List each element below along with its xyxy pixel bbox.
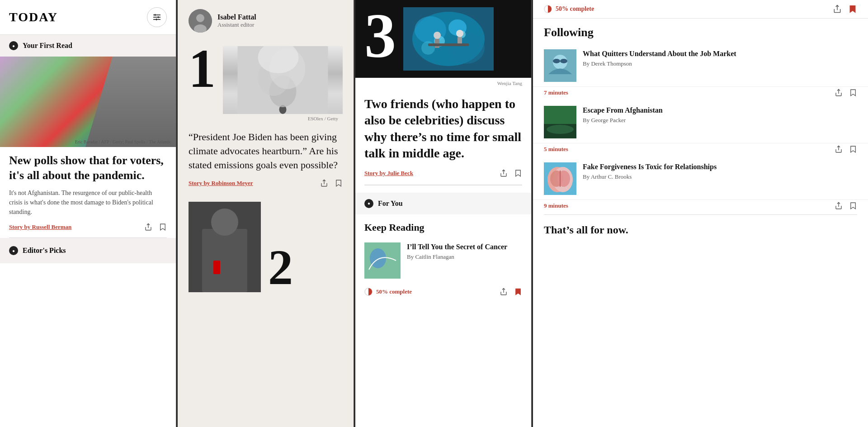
editors-bullet-icon: ●: [9, 246, 18, 255]
following-thumb-2: [544, 106, 576, 138]
following-bookmark-2[interactable]: [849, 145, 857, 153]
following-actions-1: [835, 89, 857, 97]
share-icon[interactable]: [144, 223, 152, 231]
panel3-bookmarked-icon[interactable]: [514, 288, 522, 296]
following-bookmark-1[interactable]: [849, 89, 857, 97]
hero-image: Eric Baradat / AFP / Getty; Paul Spella …: [0, 57, 176, 147]
article-number-3: 3: [364, 7, 396, 64]
svg-point-22: [448, 32, 485, 64]
panel4-header: 50% complete: [533, 0, 868, 19]
svg-point-40: [560, 59, 567, 63]
author-role: Assistant editor: [217, 21, 256, 28]
svg-rect-31: [428, 43, 469, 46]
panel-following: 50% complete Following What Quitters: [533, 0, 868, 427]
number2-row: 2: [178, 202, 354, 292]
following-title-2: Escape From Afghanistan: [583, 106, 857, 115]
editors-picks-section: ● Editor's Picks: [0, 238, 176, 263]
section-bullet-icon: ●: [9, 41, 18, 50]
svg-point-17: [211, 209, 238, 236]
panel3-header: 3: [355, 0, 531, 78]
following-share-3[interactable]: [835, 202, 843, 210]
following-bookmark-3[interactable]: [849, 202, 857, 210]
story3-artwork: [403, 7, 494, 71]
panel2-bookmark-icon[interactable]: [335, 179, 343, 187]
panel4-header-actions: [833, 5, 857, 14]
svg-point-26: [421, 41, 435, 55]
hero-meta: Story by Russell Berman: [9, 223, 167, 231]
keep-reading-title: I’ll Tell You the Secret of Cancer: [407, 242, 507, 252]
panel3-byline-row: Story by Julie Beck: [364, 169, 522, 185]
for-you-section: ● For You: [355, 193, 531, 214]
panel3-bookmark-icon[interactable]: [514, 169, 522, 177]
svg-point-7: [196, 14, 204, 22]
following-item-1: What Quitters Understand About the Job M…: [533, 45, 868, 87]
panel-celebrities: 3 Wenjia Tang Two friends (who happe: [355, 0, 532, 427]
progress-half-circle-icon: [364, 288, 373, 296]
panel-today: TODAY ● Your First Read Eric Baradat / A…: [0, 0, 176, 427]
svg-point-27: [434, 32, 441, 39]
following-actions-3: [835, 202, 857, 210]
panel4-bookmarked-icon[interactable]: [848, 5, 857, 14]
hero-summary: It's not Afghanistan. The resurgence of …: [9, 188, 167, 217]
thats-all-text: That’s all for now.: [533, 215, 868, 236]
following-meta-1: 7 minutes: [533, 87, 868, 101]
article-number-2: 2: [268, 242, 293, 292]
following-title-3: Fake Forgiveness Is Toxic for Relationsh…: [583, 162, 857, 172]
panel2-share-icon[interactable]: [320, 179, 328, 187]
keep-reading-heading: Keep Reading: [355, 214, 531, 237]
following-author-2: By George Packer: [583, 117, 857, 124]
author-name: Isabel Fattal: [217, 13, 256, 21]
keep-reading-item: I’ll Tell You the Secret of Cancer By Ca…: [355, 237, 531, 284]
panel2-content: “President Joe Biden has been giving cli…: [178, 123, 354, 195]
article-number-1: 1: [189, 42, 216, 96]
following-share-2[interactable]: [835, 145, 843, 153]
image-caption: ESOlex / Getty: [223, 114, 343, 123]
following-text-2: Escape From Afghanistan By George Packer: [583, 106, 857, 124]
following-actions-2: [835, 145, 857, 153]
panel3-progress-share-icon[interactable]: [500, 288, 508, 296]
svg-point-39: [553, 59, 560, 63]
following-item-2: Escape From Afghanistan By George Packer: [533, 101, 868, 143]
keep-reading-author: By Caitlin Flanagan: [407, 253, 507, 261]
svg-rect-16: [202, 229, 247, 292]
hero-byline[interactable]: Story by Russell Berman: [9, 223, 71, 231]
panel2-byline[interactable]: Story by Robinson Meyer: [189, 180, 253, 187]
for-you-icon: ●: [364, 199, 373, 208]
filter-icon: [152, 14, 161, 21]
hero-headline: New polls show that for voters, it's all…: [9, 153, 167, 183]
minutes-badge-2: 5 minutes: [544, 146, 568, 153]
following-share-1[interactable]: [835, 89, 843, 97]
panel4-progress: 50% complete: [544, 5, 594, 13]
panel2-story-row: Story by Robinson Meyer: [189, 179, 343, 187]
bookmark-icon[interactable]: [159, 223, 167, 231]
smoke-image-container: ESOlex / Getty: [223, 46, 343, 123]
panel3-progress-actions: [500, 288, 522, 296]
keep-reading-text: I’ll Tell You the Secret of Cancer By Ca…: [407, 242, 507, 261]
hero-actions: [144, 223, 167, 231]
today-logo: TODAY: [9, 10, 58, 24]
following-heading: Following: [533, 19, 868, 45]
person-thumbnail: [189, 202, 261, 292]
panel3-byline[interactable]: Story by Julie Beck: [364, 170, 413, 177]
panel2-actions: [320, 179, 343, 187]
progress-row: 50% complete: [355, 284, 531, 299]
svg-rect-18: [213, 261, 220, 274]
following-thumb-3: [544, 162, 576, 195]
author-avatar: [189, 9, 212, 33]
minutes-badge-3: 9 minutes: [544, 202, 568, 209]
svg-point-29: [456, 30, 463, 37]
following-item-3: Fake Forgiveness Is Toxic for Relationsh…: [533, 158, 868, 200]
author-info: Isabel Fattal Assistant editor: [217, 13, 256, 28]
hero-article-content: New polls show that for voters, it's all…: [0, 147, 176, 237]
artwork-caption: Wenjia Tang: [355, 78, 531, 89]
panel4-share-icon[interactable]: [833, 5, 842, 14]
panel3-share-icon[interactable]: [500, 169, 508, 177]
author-header: Isabel Fattal Assistant editor: [178, 0, 354, 42]
following-author-3: By Arthur C. Brooks: [583, 173, 857, 180]
following-author-1: By Derek Thompson: [583, 60, 857, 67]
filter-button[interactable]: [147, 7, 167, 27]
panel3-headline: Two friends (who happen to also be celeb…: [364, 96, 522, 162]
following-title-1: What Quitters Understand About the Job M…: [583, 49, 857, 59]
panel4-progress-icon: [544, 5, 552, 13]
following-text-1: What Quitters Understand About the Job M…: [583, 49, 857, 67]
